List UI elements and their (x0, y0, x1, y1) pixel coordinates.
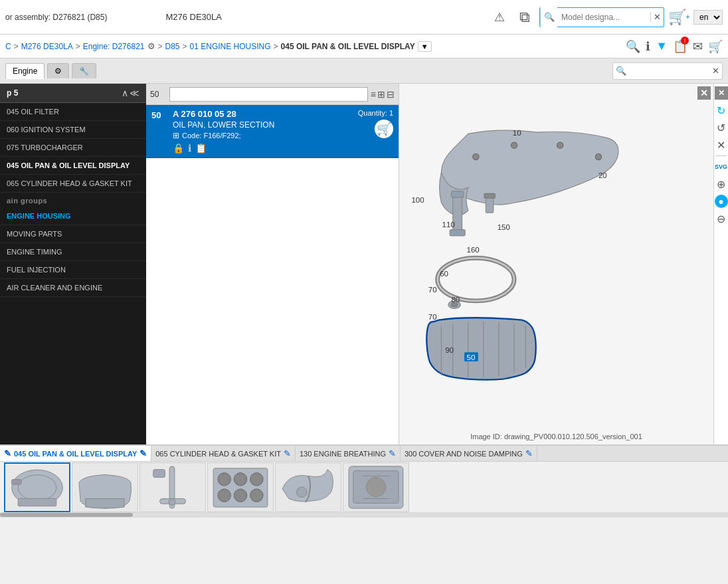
sidebar-scroll[interactable]: 045 OIL FILTER 060 IGNITION SYSTEM 075 T… (0, 103, 146, 444)
part-icon-info[interactable]: ℹ (188, 143, 191, 153)
add-to-cart-btn[interactable]: 🛒 (375, 120, 393, 138)
model-search-input[interactable] (557, 13, 650, 22)
thumbnail-2[interactable] (139, 462, 206, 512)
model-search-icon[interactable]: 🔍 (540, 7, 557, 28)
sidebar-groups-list: ENGINE HOUSING MOVING PARTS ENGINE TIMIN… (0, 207, 146, 297)
tab-search-box: 🔍 ✕ (612, 62, 723, 80)
sidebar-group-fuel-injection[interactable]: FUEL INJECTION (0, 261, 146, 279)
sidebar-item-turbo[interactable]: 075 TURBOCHARGER (0, 139, 146, 157)
bottom-tab-edit-cover[interactable]: ✎ (525, 448, 533, 458)
right-tool-sync[interactable]: ↻ (715, 104, 728, 117)
part-icon-lock[interactable]: 🔒 (173, 143, 184, 153)
sidebar-item-cylinder-head[interactable]: 065 CYLINDER HEAD & GASKET KIT (0, 175, 146, 193)
breadcrumb-model[interactable]: M276 DE30LA (21, 42, 73, 51)
bottom-scrollbar-thumb[interactable] (0, 513, 133, 517)
sidebar-collapse-up[interactable]: ∧ (122, 88, 128, 98)
right-tool-zoom-in[interactable]: ⊕ (715, 177, 728, 191)
cart-icon[interactable]: 🛒 (708, 39, 723, 54)
part-details: A 276 010 05 28 OIL PAN, LOWER SECTION ⊞… (173, 109, 353, 153)
sidebar-group-air-cleaner[interactable]: AIR CLEANER AND ENGINE (0, 279, 146, 297)
tab-engine[interactable]: Engine (5, 63, 45, 79)
right-tool-close2[interactable]: ✕ (715, 138, 728, 151)
document-icon[interactable]: 📋! (673, 39, 687, 54)
tab-wrench[interactable]: 🔧 (72, 63, 96, 78)
svg-point-2 (557, 142, 563, 148)
sidebar-collapse-btns: ∧ ≪ (122, 88, 139, 98)
bottom-tab-oil-pan[interactable]: ✎ 045 OIL PAN & OIL LEVEL DISPLAY ✎ (0, 446, 151, 462)
thumbnail-0[interactable] (4, 462, 70, 512)
bottom-tab-edit-cyl[interactable]: ✎ (284, 448, 291, 458)
tab-search-clear-btn[interactable]: ✕ (709, 62, 722, 80)
part-gasket-inner (438, 258, 514, 301)
part-upper-housing (440, 130, 618, 215)
tab-gear[interactable]: ⚙ (47, 63, 69, 78)
svg-point-3 (595, 153, 601, 159)
breadcrumb-c[interactable]: C (5, 42, 11, 51)
list-view-btn[interactable]: ≡ (371, 89, 376, 100)
bottom-tab-cylinder-head[interactable]: 065 CYLINDER HEAD & GASKET KIT ✎ (151, 446, 296, 462)
left-sidebar: p 5 ∧ ≪ 045 OIL FILTER 060 IGNITION SYST… (0, 84, 146, 444)
part-bolt-1 (484, 193, 495, 213)
copy-icon-btn[interactable]: ⧉ (514, 7, 535, 28)
breadcrumb-engine-housing[interactable]: 01 ENGINE HOUSING (190, 42, 271, 51)
svg-rect-6 (450, 230, 465, 236)
svg-point-35 (366, 477, 385, 496)
part-number[interactable]: A 276 010 05 28 (173, 109, 353, 119)
right-tool-pin[interactable]: ● (715, 195, 728, 208)
sidebar-item-oil-pan[interactable]: 045 OIL PAN & OIL LEVEL DISPLAY (0, 157, 146, 175)
engine-settings-icon[interactable]: ⚙ (147, 41, 155, 51)
sidebar-group-engine-housing[interactable]: ENGINE HOUSING (0, 207, 146, 225)
part-icon-doc[interactable]: 📋 (195, 143, 207, 153)
add-to-cart-header-btn[interactable]: 🛒+ (668, 7, 689, 28)
bottom-tab-cover[interactable]: 300 COVER AND NOISE DAMPING ✎ (401, 446, 537, 462)
diagram-close-btn[interactable]: ✕ (697, 86, 711, 100)
bottom-scrollbar[interactable] (0, 512, 728, 518)
bottom-tab-engine-breathing[interactable]: 130 ENGINE BREATHING ✎ (296, 446, 401, 462)
sidebar-item-ignition[interactable]: 060 IGNITION SYSTEM (0, 121, 146, 139)
parts-list-search[interactable] (169, 87, 368, 102)
right-tool-undo[interactable]: ↺ (715, 121, 728, 134)
bottom-tabs: ✎ 045 OIL PAN & OIL LEVEL DISPLAY ✎ 065 … (0, 446, 728, 462)
thumbnail-1[interactable] (72, 462, 138, 512)
breadcrumb-dropdown-btn[interactable]: ▼ (418, 41, 432, 52)
svg-rect-24 (153, 469, 165, 477)
sidebar-group-engine-timing[interactable]: ENGINE TIMING (0, 243, 146, 261)
zoom-in-icon[interactable]: 🔍 (626, 39, 640, 54)
svg-rect-8 (484, 193, 495, 198)
thumbnail-3[interactable] (207, 462, 274, 512)
filter-icon[interactable]: ▼ (656, 39, 668, 53)
image-id-label: Image ID: drawing_PV000.010.120.506_vers… (470, 433, 642, 440)
sidebar-item-oil-filter[interactable]: 045 OIL FILTER (0, 103, 146, 121)
mail-icon[interactable]: ✉ (693, 39, 703, 54)
breadcrumb-d85[interactable]: D85 (165, 42, 180, 51)
sidebar-collapse-all[interactable]: ≪ (130, 88, 139, 98)
part-code-text: Code: F166/F292; (182, 132, 241, 140)
model-search-clear[interactable]: ✕ (650, 12, 664, 22)
bottom-tab-edit2[interactable]: ✎ (139, 448, 147, 458)
language-select[interactable]: en de fr (693, 10, 723, 25)
bottom-tab-edit-breath[interactable]: ✎ (389, 448, 396, 458)
sidebar-group-moving-parts[interactable]: MOVING PARTS (0, 225, 146, 243)
thumbnail-4[interactable] (275, 462, 341, 512)
label-100: 100 (411, 196, 424, 204)
svg-rect-19 (18, 498, 56, 506)
grid-view-btn[interactable]: ⊞ (377, 89, 385, 100)
model-label: M276 DE30LA (165, 12, 222, 22)
right-tool-zoom-out[interactable]: ⊖ (715, 212, 728, 225)
part-name: OIL PAN, LOWER SECTION (173, 120, 353, 130)
right-tool-close[interactable]: ✕ (715, 86, 728, 100)
tab-search-input[interactable] (629, 66, 709, 76)
right-tool-svg[interactable]: SVG (715, 160, 728, 173)
info-icon[interactable]: ℹ (646, 39, 650, 54)
sidebar-section-title: p 5 (7, 88, 18, 98)
sidebar-items-list: 045 OIL FILTER 060 IGNITION SYSTEM 075 T… (0, 103, 146, 193)
expand-view-btn[interactable]: ⊟ (387, 89, 395, 100)
thumbnail-5[interactable] (343, 462, 409, 512)
label-50: 50 (467, 353, 476, 361)
bottom-tab-edit-oil-pan[interactable]: ✎ (4, 448, 11, 458)
breadcrumb-engine[interactable]: Engine: D276821 (83, 42, 145, 51)
tab-search-icon[interactable]: 🔍 (613, 66, 629, 76)
warning-icon-btn[interactable]: ⚠ (489, 7, 510, 28)
label-70b: 70 (428, 313, 437, 321)
breadcrumb-right-icons: 🔍 ℹ ▼ 📋! ✉ 🛒 (626, 39, 723, 54)
